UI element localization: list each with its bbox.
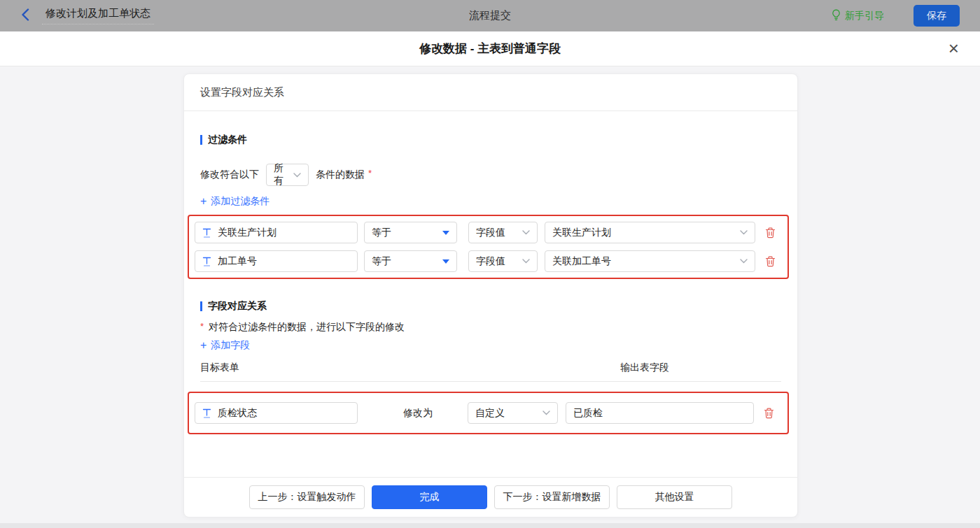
dialog-header: 修改数据 - 主表到普通字段 × <box>0 31 980 66</box>
close-icon[interactable]: × <box>944 38 963 59</box>
condition-row: 关联生产计划 等于 字段值 关联生产计划 <box>195 222 782 243</box>
mapping-column-headers: 目标表单 输出表字段 <box>200 362 781 375</box>
field-mapping-highlight-box: 质检状态 修改为 自定义 已质检 <box>188 392 789 434</box>
operator-select[interactable]: 等于 <box>364 222 457 243</box>
match-prefix-label: 修改符合以下 <box>200 169 259 181</box>
back-button[interactable] <box>21 8 29 24</box>
chevron-down-icon <box>740 230 748 235</box>
column-divider <box>200 381 781 382</box>
add-filter-condition-link[interactable]: + 添加过滤条件 <box>200 195 270 208</box>
mapping-section-title: 字段对应关系 <box>200 300 781 313</box>
filter-section-title: 过滤条件 <box>200 134 781 146</box>
topbar: 修改计划及加工单状态 流程提交 新手引导 保存 <box>0 0 980 31</box>
mapping-description: 对符合过滤条件的数据，进行以下字段的修改 <box>209 321 405 334</box>
required-mark: * <box>368 168 372 178</box>
value-type-select[interactable]: 字段值 <box>468 222 538 243</box>
plus-icon: + <box>200 197 206 206</box>
match-suffix-label: 条件的数据 <box>316 169 365 181</box>
operator-select[interactable]: 等于 <box>364 250 457 272</box>
text-field-icon <box>202 408 211 418</box>
text-field-icon <box>202 257 211 266</box>
save-button[interactable]: 保存 <box>913 5 960 27</box>
panel-footer: 上一步：设置触发动作 完成 下一步：设置新增数据 其他设置 <box>184 477 797 517</box>
chevron-down-icon <box>740 259 748 264</box>
section-accent-bar <box>200 301 202 311</box>
delete-condition-icon[interactable] <box>765 227 776 238</box>
match-type-select[interactable]: 所有 <box>266 164 309 186</box>
mapping-row: 质检状态 修改为 自定义 已质检 <box>195 402 782 424</box>
delete-mapping-icon[interactable] <box>764 408 774 419</box>
mapping-description-row: * 对符合过滤条件的数据，进行以下字段的修改 <box>200 321 781 334</box>
beginner-guide-button[interactable]: 新手引导 <box>832 9 884 23</box>
custom-value-input[interactable]: 已质检 <box>566 402 754 424</box>
page-bottom-strip <box>0 523 980 528</box>
done-button[interactable]: 完成 <box>372 485 487 509</box>
guide-label: 新手引导 <box>845 10 884 22</box>
other-settings-button[interactable]: 其他设置 <box>617 485 732 509</box>
dialog-title: 修改数据 - 主表到普通字段 <box>419 41 561 57</box>
next-step-button[interactable]: 下一步：设置新增数据 <box>494 485 610 509</box>
chevron-down-icon <box>522 259 530 264</box>
chevron-down-icon <box>293 173 301 178</box>
caret-down-icon <box>442 259 449 264</box>
condition-field-input[interactable]: 加工单号 <box>195 250 358 272</box>
section-accent-bar <box>200 135 202 145</box>
target-form-column-label: 目标表单 <box>200 362 239 373</box>
panel-content: 过滤条件 修改符合以下 所有 条件的数据 * + 添加过滤条件 <box>184 111 797 477</box>
value-type-select[interactable]: 字段值 <box>468 250 538 272</box>
match-condition-row: 修改符合以下 所有 条件的数据 * <box>200 164 781 186</box>
text-field-icon <box>202 228 211 238</box>
modify-to-label: 修改为 <box>403 407 433 420</box>
value-field-select[interactable]: 关联加工单号 <box>545 250 755 272</box>
value-mode-select[interactable]: 自定义 <box>468 402 558 424</box>
workflow-name[interactable]: 修改计划及加工单状态 <box>42 7 154 24</box>
dialog-body: 设置字段对应关系 过滤条件 修改符合以下 所有 条件的数据 * + <box>0 66 980 523</box>
prev-step-button[interactable]: 上一步：设置触发动作 <box>249 485 365 509</box>
panel-header: 设置字段对应关系 <box>184 74 797 111</box>
field-mapping-panel: 设置字段对应关系 过滤条件 修改符合以下 所有 条件的数据 * + <box>183 73 798 518</box>
caret-down-icon <box>442 231 449 235</box>
lightbulb-icon <box>832 9 841 23</box>
chevron-down-icon <box>542 411 550 415</box>
condition-field-input[interactable]: 关联生产计划 <box>195 222 358 243</box>
chevron-down-icon <box>522 230 530 235</box>
output-field-column-label: 输出表字段 <box>620 362 669 374</box>
condition-row: 加工单号 等于 字段值 关联加工单号 <box>195 250 782 272</box>
required-mark: * <box>200 321 204 331</box>
value-field-select[interactable]: 关联生产计划 <box>545 222 755 243</box>
plus-icon: + <box>200 341 206 350</box>
mapping-field-input[interactable]: 质检状态 <box>195 402 358 424</box>
chevron-left-icon <box>21 8 29 24</box>
add-field-link[interactable]: + 添加字段 <box>200 339 250 352</box>
delete-condition-icon[interactable] <box>765 256 776 267</box>
filter-conditions-highlight-box: 关联生产计划 等于 字段值 关联生产计划 <box>188 215 789 279</box>
